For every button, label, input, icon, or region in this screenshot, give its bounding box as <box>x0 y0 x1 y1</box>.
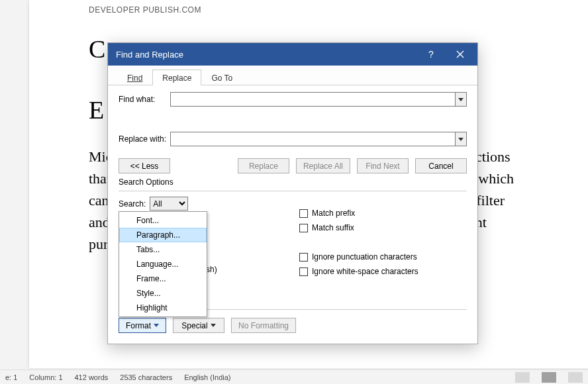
tab-replace[interactable]: Replace <box>152 70 201 85</box>
chevron-down-icon <box>211 324 216 327</box>
find-what-input[interactable] <box>170 92 455 107</box>
help-button[interactable]: ? <box>416 43 446 66</box>
replace-with-input[interactable] <box>170 132 455 146</box>
tab-goto[interactable]: Go To <box>201 70 242 85</box>
format-popup-menu: Font... Paragraph... Tabs... Language...… <box>119 211 207 317</box>
format-menu-button[interactable]: Format <box>119 318 166 333</box>
header-tag: DEVELOPER PUBLISH.COM <box>89 5 528 15</box>
chevron-down-icon <box>458 138 464 141</box>
menu-item-paragraph[interactable]: Paragraph... <box>119 228 207 242</box>
status-line[interactable]: e: 1 <box>5 373 17 381</box>
replace-with-label: Replace with: <box>119 134 170 144</box>
status-bar: e: 1 Column: 1 412 words 2535 characters… <box>0 369 588 384</box>
view-read-mode[interactable] <box>515 372 530 383</box>
dialog-titlebar[interactable]: Find and Replace ? <box>108 43 477 66</box>
search-options-label: Search Options <box>119 177 467 187</box>
ignore-ws-checkbox[interactable] <box>299 267 308 276</box>
close-icon <box>456 50 464 58</box>
replace-button[interactable]: Replace <box>238 158 289 173</box>
find-what-combo[interactable] <box>170 92 467 107</box>
close-button[interactable] <box>446 43 475 66</box>
tab-find[interactable]: Find <box>117 70 152 85</box>
menu-item-language[interactable]: Language... <box>119 257 207 271</box>
divider <box>119 191 467 191</box>
find-next-button[interactable]: Find Next <box>357 158 409 173</box>
status-word-count[interactable]: 412 words <box>75 373 109 381</box>
find-what-dropdown[interactable] <box>455 92 467 107</box>
search-direction-select[interactable]: All <box>150 197 188 211</box>
match-suffix-label: Match suffix <box>312 223 354 232</box>
find-replace-dialog: Find and Replace ? Find Replace Go To Fi… <box>107 42 478 344</box>
ignore-punct-checkbox[interactable] <box>299 253 308 262</box>
status-char-count[interactable]: 2535 characters <box>120 373 172 381</box>
special-menu-button[interactable]: Special <box>173 318 224 333</box>
find-what-label: Find what: <box>119 95 170 104</box>
replace-with-combo[interactable] <box>170 132 467 146</box>
match-prefix-checkbox[interactable] <box>299 209 308 218</box>
less-button[interactable]: << Less <box>119 158 170 173</box>
match-suffix-checkbox[interactable] <box>299 224 308 232</box>
menu-item-style[interactable]: Style... <box>119 286 207 301</box>
cancel-button[interactable]: Cancel <box>415 158 467 173</box>
view-web-layout[interactable] <box>568 372 583 383</box>
ignore-punct-label: Ignore punctuation characters <box>312 252 417 262</box>
search-direction-label: Search: <box>119 199 146 209</box>
status-column[interactable]: Column: 1 <box>29 373 62 381</box>
status-language[interactable]: English (India) <box>184 373 230 381</box>
no-formatting-button[interactable]: No Formatting <box>231 318 296 333</box>
menu-item-font[interactable]: Font... <box>119 213 207 228</box>
dialog-body: Find what: Replace with: << Less Replace… <box>108 85 477 344</box>
dialog-title-text: Find and Replace <box>116 50 183 60</box>
menu-item-frame[interactable]: Frame... <box>119 271 207 286</box>
replace-all-button[interactable]: Replace All <box>296 158 350 173</box>
tab-row: Find Replace Go To <box>108 66 477 85</box>
match-prefix-label: Match prefix <box>312 209 355 218</box>
ignore-ws-label: Ignore white-space characters <box>312 267 418 276</box>
menu-item-tabs[interactable]: Tabs... <box>119 242 207 257</box>
chevron-down-icon <box>154 324 159 327</box>
chevron-down-icon <box>458 98 464 101</box>
view-print-layout[interactable] <box>542 372 556 383</box>
menu-item-highlight[interactable]: Highlight <box>119 301 207 315</box>
replace-with-dropdown[interactable] <box>455 132 467 146</box>
